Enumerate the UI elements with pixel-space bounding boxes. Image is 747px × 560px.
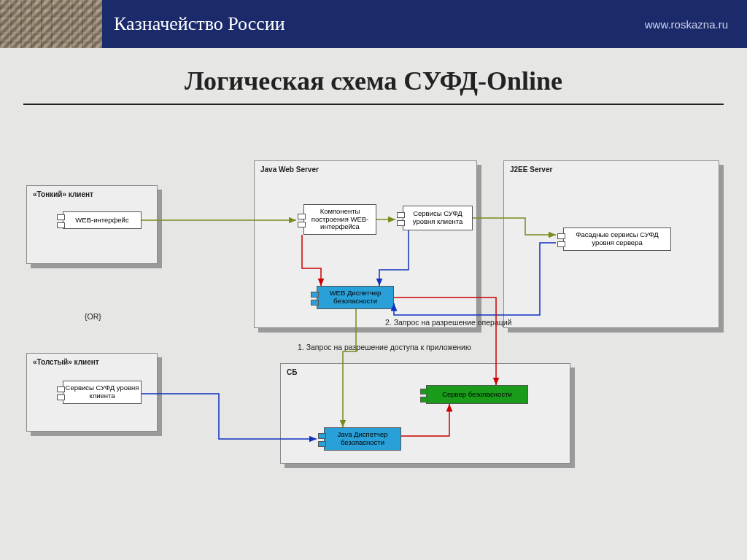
- header-bar: Казначейство России www.roskazna.ru: [0, 0, 747, 48]
- comp-label: WEB Диспетчер безопасности: [319, 289, 392, 306]
- title-rule: [23, 104, 724, 105]
- comp-label: WEB-интерфейс: [75, 217, 128, 225]
- comp-web-interface: WEB-интерфейс: [63, 211, 142, 229]
- comp-web-interface-builder: Компоненты построения WEB-интерфейса: [303, 204, 376, 235]
- or-label: {OR}: [85, 312, 101, 321]
- note-access-permission: 1. Запрос на разрешение доступа к прилож…: [298, 343, 471, 351]
- comp-sufd-client-services: Сервисы СУФД уровня клиента: [403, 206, 473, 230]
- container-label: «Тонкий» клиент: [33, 190, 93, 198]
- comp-web-security-dispatcher: WEB Диспетчер безопасности: [317, 286, 394, 309]
- comp-sufd-client-services-thick: Сервисы СУФД уровня клиента: [63, 381, 142, 404]
- container-label: «Толстый» клиент: [33, 358, 99, 366]
- comp-label: Фасадные сервисы СУФД уровня сервера: [565, 231, 669, 247]
- comp-label: Сервисы СУФД уровня клиента: [405, 210, 471, 226]
- header-photo: [0, 0, 102, 48]
- comp-label: Java Диспетчер безопасности: [326, 431, 399, 447]
- org-title: Казначейство России: [114, 13, 285, 35]
- note-op-permission: 2. Запрос на разрешение операций: [385, 318, 511, 327]
- comp-label: Сервер безопасности: [442, 391, 512, 399]
- container-label: Java Web Server: [260, 166, 319, 174]
- page-title: Логическая схема СУФД-Online: [0, 66, 747, 96]
- comp-label: Сервисы СУФД уровня клиента: [65, 384, 139, 400]
- container-label: СБ: [287, 368, 297, 376]
- diagram-canvas: «Тонкий» клиент WEB-интерфейс {OR} «Толс…: [0, 124, 747, 560]
- comp-security-server: Сервер безопасности: [426, 385, 528, 404]
- org-url: www.roskazna.ru: [645, 18, 728, 31]
- comp-java-security-dispatcher: Java Диспетчер безопасности: [324, 427, 401, 451]
- comp-facade-services: Фасадные сервисы СУФД уровня сервера: [563, 228, 671, 251]
- container-label: J2EE Server: [510, 166, 552, 174]
- comp-label: Компоненты построения WEB-интерфейса: [306, 208, 374, 232]
